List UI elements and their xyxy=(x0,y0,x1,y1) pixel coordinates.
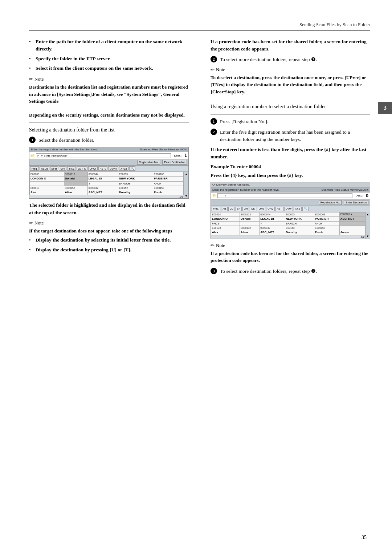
alpha-jikl[interactable]: JI KL xyxy=(67,166,76,171)
step-num-2: 2 xyxy=(211,56,217,62)
ui-scroll-col-2: ▲ ▼ xyxy=(365,212,370,239)
alpha-opqr[interactable]: OPQr xyxy=(88,166,98,171)
freq-btn-2[interactable]: Freq. xyxy=(212,207,220,211)
divider-3 xyxy=(211,114,370,114)
table-row: E00013 E000152 0000042 E00152 E000153 xyxy=(30,186,184,190)
ui-memory-2: Scanned Files Status Memory:100% xyxy=(322,188,368,191)
enter-dest-btn-1[interactable]: Enter Destination xyxy=(162,160,187,165)
note-label-1: ✏ Note xyxy=(29,76,189,82)
alpha-rstu[interactable]: RSTu xyxy=(98,166,108,171)
pencil-icon-3: ✏ xyxy=(211,67,215,73)
enter-dest-btn-2[interactable]: Enter Destination xyxy=(344,200,368,205)
bullet-item-3: Select it from the client computers on t… xyxy=(29,65,189,72)
scroll-down-icon[interactable]: ▼ xyxy=(185,194,188,198)
ui-table-main-1: E00003 E000113 0000044 E00005 E000163 LO… xyxy=(29,172,184,198)
ui-reg-bar-2: Registration No. Enter Destination xyxy=(211,199,370,206)
alpha-ab[interactable]: AB xyxy=(221,207,227,211)
table-row: Y BRANCH ANCH xyxy=(30,181,184,186)
table-row: Alex Allen ABC_NET Dorothy Frank xyxy=(30,190,184,195)
alpha-lmn[interactable]: LMN xyxy=(257,207,265,211)
step-content-3: To select more destination folders, repe… xyxy=(220,268,317,275)
section-title-1: Selecting a destination folder from the … xyxy=(29,126,189,134)
alpha-efef[interactable]: EFef xyxy=(50,166,58,171)
note-section-2: ✏ Note If the target destination does no… xyxy=(29,220,189,254)
ui-table-wrapper-1: E00003 E000113 0000044 E00005 E000163 LO… xyxy=(29,172,188,198)
ui-screenshot-1: Enter the registration number with the N… xyxy=(29,147,189,199)
bullet-item-2: Specify the folder in the FTP server. xyxy=(29,55,189,62)
step-num-3: 3 xyxy=(211,268,217,274)
scroll-down-icon-2[interactable]: ▼ xyxy=(366,235,369,238)
step-content-b: Enter the five digit registration number… xyxy=(220,129,370,143)
chapter-marker: 3 xyxy=(378,102,392,114)
table-row: E00003 E000113 0000044 E00005 E000163 xyxy=(30,172,184,177)
ui-top-bar-2b: Enter the registration number with the N… xyxy=(211,187,370,193)
ui-dest-label-2: Dest.: xyxy=(355,194,363,197)
alpha-ef[interactable]: EF xyxy=(236,207,242,211)
search-icon-1[interactable]: 🔍 xyxy=(129,166,135,171)
ui-path-input-1: FTP SMB //donald/user xyxy=(36,153,171,158)
ui-path-bar-1: 📁 FTP SMB //donald/user Dest.: 1 xyxy=(29,152,188,159)
folder-icon-2: 📁 xyxy=(212,194,216,197)
note-text-3: If the target destination does not appea… xyxy=(29,227,189,235)
bullet-item-4: Display the destination by selecting its… xyxy=(29,236,189,244)
alpha-gh[interactable]: GH xyxy=(242,207,249,211)
alpha-cd[interactable]: CD xyxy=(228,207,235,211)
page-number: 35 xyxy=(362,535,367,540)
ui-alpha-bar-1: Freq. ABCd EFef GHI JI KL LMN C OPQr RST… xyxy=(29,166,188,172)
bullet-list-2: Display the destination by selecting its… xyxy=(29,236,189,254)
note-text-2: Depending on the security settings, cert… xyxy=(29,112,189,119)
ui-dest-num-1: 1 xyxy=(184,153,187,158)
step-2: 2 To select more destination folders, re… xyxy=(211,56,370,63)
scroll-up-icon[interactable]: ▲ xyxy=(185,173,188,176)
alpha-abcd[interactable]: ABCd xyxy=(40,166,49,171)
reg-no-btn-2[interactable]: Registration No. xyxy=(319,200,342,205)
search-icon-2[interactable]: 🔍 xyxy=(302,207,309,211)
step-num-b: 2 xyxy=(211,129,217,135)
example-label: Example To enter 00004 xyxy=(211,164,370,170)
step-content-2: To select more destination folders, repe… xyxy=(220,56,317,63)
divider-1 xyxy=(29,122,189,122)
two-col-layout: Enter the path for the folder of a clien… xyxy=(29,38,370,278)
note-section-3: ✏ Note To deselect a destination, press … xyxy=(211,67,370,96)
right-column: If a protection code has been set for th… xyxy=(207,38,370,278)
scroll-up-icon-2[interactable]: ▲ xyxy=(366,213,369,216)
alpha-rst[interactable]: RST xyxy=(275,207,283,211)
alpha-uvw[interactable]: UVW xyxy=(284,207,293,211)
header-title: Sending Scan Files by Scan to Folder xyxy=(299,22,370,28)
pencil-icon: ✏ xyxy=(29,76,33,82)
reg-no-btn-1[interactable]: Registration No. xyxy=(137,160,160,165)
ui-dest-num-2: 0 xyxy=(366,193,368,198)
alpha-xyza[interactable]: XYZa xyxy=(119,166,128,171)
ui-delivery-text: Of Delivery Server has failed. xyxy=(212,183,250,186)
ui-scroll-col-1: ▲ ▼ xyxy=(184,172,188,198)
alpha-uvwx[interactable]: UVWx xyxy=(108,166,118,171)
left-column: Enter the path for the folder of a clien… xyxy=(29,38,192,278)
step-content-a: Press [Registration No.]. xyxy=(220,118,268,125)
press-keys-text: Press the {4} key, and then press the {#… xyxy=(211,172,370,179)
highlight-text: The selected folder is highlighted and a… xyxy=(29,202,189,216)
bullet-list-1: Enter the path for the folder of a clien… xyxy=(29,38,189,72)
bullet-item-1: Enter the path for the folder of a clien… xyxy=(29,38,189,53)
alpha-lmnc[interactable]: LMN C xyxy=(77,166,87,171)
if-less-text: If the entered number is less than five … xyxy=(211,146,370,161)
alpha-opq[interactable]: OPQ xyxy=(266,207,275,211)
ui-table-main-2: E00024 E000113 E000044 E00005 E000063 E0… xyxy=(211,212,365,239)
table-row: E00133 E000132 0000042 E00143 E000153 xyxy=(211,226,365,230)
table-row: E00024 E000113 E000044 E00005 E000063 E0… xyxy=(211,212,365,216)
note-text-1: Destinations in the destination list and… xyxy=(29,84,189,105)
alpha-ijk[interactable]: IJK xyxy=(250,207,256,211)
alpha-ghi[interactable]: GHI xyxy=(59,166,66,171)
divider-2 xyxy=(211,99,370,99)
ui-top-bar-text-2: Enter the registration number with the N… xyxy=(212,188,279,191)
ui-table-1: E00003 E000113 0000044 E00005 E000163 LO… xyxy=(29,172,184,195)
step-1: 1 Select the destination folder. xyxy=(29,137,189,144)
table-row: Alex Allen ABC_NET Dorothy Frank Jones xyxy=(211,230,365,235)
table-row: FFICE Y BRANCH ANCH xyxy=(211,222,365,226)
ui-top-bar-2a: Of Delivery Server has failed. xyxy=(211,182,370,187)
step-num-a: 1 xyxy=(211,118,217,125)
page-header: Sending Scan Files by Scan to Folder xyxy=(29,22,370,31)
alpha-xyz[interactable]: XYZ xyxy=(294,207,302,211)
freq-btn[interactable]: Freq. xyxy=(30,166,39,171)
note-label-3: ✏ Note xyxy=(211,67,370,73)
note-text-4: To deselect a destination, press the des… xyxy=(211,74,370,96)
